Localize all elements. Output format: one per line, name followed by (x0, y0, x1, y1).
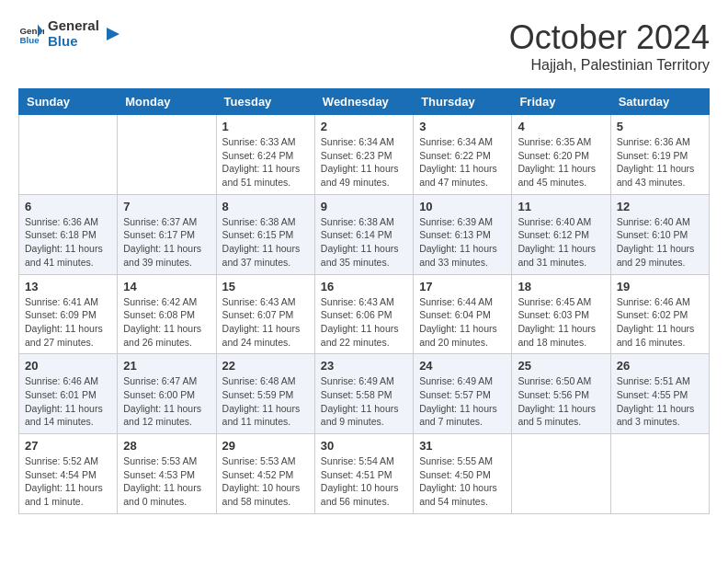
calendar-cell: 14Sunrise: 6:42 AMSunset: 6:08 PMDayligh… (118, 274, 216, 354)
day-number: 6 (25, 200, 111, 213)
day-info: Sunrise: 5:55 AMSunset: 4:50 PMDaylight:… (419, 454, 506, 509)
calendar-cell: 10Sunrise: 6:39 AMSunset: 6:13 PMDayligh… (414, 194, 512, 274)
calendar-cell: 12Sunrise: 6:40 AMSunset: 6:10 PMDayligh… (610, 194, 709, 274)
day-number: 13 (25, 280, 111, 293)
calendar-cell: 5Sunrise: 6:36 AMSunset: 6:19 PMDaylight… (610, 115, 709, 195)
calendar-cell (19, 115, 118, 195)
calendar-cell (118, 115, 216, 195)
day-info: Sunrise: 6:40 AMSunset: 6:12 PMDaylight:… (518, 215, 604, 270)
calendar-cell: 15Sunrise: 6:43 AMSunset: 6:07 PMDayligh… (216, 274, 314, 354)
day-info: Sunrise: 6:35 AMSunset: 6:20 PMDaylight:… (518, 135, 604, 190)
day-info: Sunrise: 6:50 AMSunset: 5:56 PMDaylight:… (518, 374, 604, 429)
logo-general-text: General (48, 18, 99, 34)
calendar-cell: 30Sunrise: 5:54 AMSunset: 4:51 PMDayligh… (314, 434, 413, 514)
day-info: Sunrise: 6:33 AMSunset: 6:24 PMDaylight:… (222, 135, 309, 190)
week-row-4: 20Sunrise: 6:46 AMSunset: 6:01 PMDayligh… (19, 354, 710, 434)
day-number: 17 (419, 280, 506, 293)
week-row-5: 27Sunrise: 5:52 AMSunset: 4:54 PMDayligh… (19, 434, 710, 514)
day-number: 4 (518, 120, 604, 133)
week-row-1: 1Sunrise: 6:33 AMSunset: 6:24 PMDaylight… (19, 115, 710, 195)
calendar-table: SundayMondayTuesdayWednesdayThursdayFrid… (18, 88, 710, 514)
svg-marker-3 (107, 28, 119, 40)
day-info: Sunrise: 5:53 AMSunset: 4:52 PMDaylight:… (222, 454, 309, 509)
day-number: 15 (222, 280, 309, 293)
day-info: Sunrise: 6:39 AMSunset: 6:13 PMDaylight:… (419, 215, 506, 270)
calendar-cell: 11Sunrise: 6:40 AMSunset: 6:12 PMDayligh… (512, 194, 610, 274)
day-info: Sunrise: 6:34 AMSunset: 6:22 PMDaylight:… (419, 135, 506, 190)
calendar-cell: 25Sunrise: 6:50 AMSunset: 5:56 PMDayligh… (512, 354, 610, 434)
day-info: Sunrise: 6:46 AMSunset: 6:01 PMDaylight:… (25, 374, 111, 429)
day-info: Sunrise: 6:36 AMSunset: 6:19 PMDaylight:… (617, 135, 703, 190)
day-info: Sunrise: 6:34 AMSunset: 6:23 PMDaylight:… (321, 135, 407, 190)
calendar-cell: 9Sunrise: 6:38 AMSunset: 6:14 PMDaylight… (314, 194, 413, 274)
day-number: 20 (25, 359, 111, 373)
calendar-cell: 13Sunrise: 6:41 AMSunset: 6:09 PMDayligh… (19, 274, 118, 354)
day-number: 7 (123, 200, 210, 213)
day-number: 18 (518, 280, 604, 293)
calendar-cell: 26Sunrise: 5:51 AMSunset: 4:55 PMDayligh… (610, 354, 709, 434)
day-info: Sunrise: 6:44 AMSunset: 6:04 PMDaylight:… (419, 295, 506, 350)
calendar-cell: 24Sunrise: 6:49 AMSunset: 5:57 PMDayligh… (414, 354, 512, 434)
day-info: Sunrise: 6:37 AMSunset: 6:17 PMDaylight:… (123, 215, 210, 270)
calendar-cell: 3Sunrise: 6:34 AMSunset: 6:22 PMDaylight… (414, 115, 512, 195)
calendar-cell: 1Sunrise: 6:33 AMSunset: 6:24 PMDaylight… (216, 115, 314, 195)
day-info: Sunrise: 6:45 AMSunset: 6:03 PMDaylight:… (518, 295, 604, 350)
calendar-cell: 7Sunrise: 6:37 AMSunset: 6:17 PMDaylight… (118, 194, 216, 274)
calendar-cell: 23Sunrise: 6:49 AMSunset: 5:58 PMDayligh… (314, 354, 413, 434)
month-title: October 2024 (509, 18, 710, 57)
calendar-cell: 20Sunrise: 6:46 AMSunset: 6:01 PMDayligh… (19, 354, 118, 434)
calendar-cell: 19Sunrise: 6:46 AMSunset: 6:02 PMDayligh… (610, 274, 709, 354)
day-number: 26 (617, 359, 703, 373)
day-number: 11 (518, 200, 604, 213)
day-info: Sunrise: 6:38 AMSunset: 6:14 PMDaylight:… (321, 215, 407, 270)
calendar-cell: 27Sunrise: 5:52 AMSunset: 4:54 PMDayligh… (19, 434, 118, 514)
calendar-cell: 2Sunrise: 6:34 AMSunset: 6:23 PMDaylight… (314, 115, 413, 195)
weekday-header-monday: Monday (118, 89, 216, 115)
day-number: 22 (222, 359, 309, 373)
calendar-cell (610, 434, 709, 514)
day-info: Sunrise: 6:38 AMSunset: 6:15 PMDaylight:… (222, 215, 309, 270)
day-info: Sunrise: 6:47 AMSunset: 6:00 PMDaylight:… (123, 374, 210, 429)
week-row-3: 13Sunrise: 6:41 AMSunset: 6:09 PMDayligh… (19, 274, 710, 354)
day-number: 2 (321, 120, 407, 133)
day-number: 27 (25, 439, 111, 453)
day-info: Sunrise: 6:49 AMSunset: 5:58 PMDaylight:… (321, 374, 407, 429)
day-number: 29 (222, 439, 309, 453)
logo-arrow-icon (103, 24, 123, 44)
calendar-cell (512, 434, 610, 514)
day-number: 23 (321, 359, 407, 373)
calendar-cell: 6Sunrise: 6:36 AMSunset: 6:18 PMDaylight… (19, 194, 118, 274)
day-number: 8 (222, 200, 309, 213)
calendar-cell: 16Sunrise: 6:43 AMSunset: 6:06 PMDayligh… (314, 274, 413, 354)
day-info: Sunrise: 6:41 AMSunset: 6:09 PMDaylight:… (25, 295, 111, 350)
calendar-cell: 4Sunrise: 6:35 AMSunset: 6:20 PMDaylight… (512, 115, 610, 195)
svg-text:Blue: Blue (19, 34, 40, 44)
weekday-header-tuesday: Tuesday (216, 89, 314, 115)
location-subtitle: Hajjah, Palestinian Territory (509, 57, 710, 74)
day-number: 1 (222, 120, 309, 133)
calendar-cell: 17Sunrise: 6:44 AMSunset: 6:04 PMDayligh… (414, 274, 512, 354)
weekday-header-friday: Friday (512, 89, 610, 115)
day-number: 21 (123, 359, 210, 373)
page-header: General Blue General Blue October 2024 H… (18, 18, 710, 74)
day-number: 12 (617, 200, 703, 213)
day-info: Sunrise: 6:36 AMSunset: 6:18 PMDaylight:… (25, 215, 111, 270)
logo: General Blue General Blue (18, 18, 123, 49)
day-number: 24 (419, 359, 506, 373)
calendar-cell: 31Sunrise: 5:55 AMSunset: 4:50 PMDayligh… (414, 434, 512, 514)
weekday-header-saturday: Saturday (610, 89, 709, 115)
calendar-cell: 29Sunrise: 5:53 AMSunset: 4:52 PMDayligh… (216, 434, 314, 514)
calendar-cell: 22Sunrise: 6:48 AMSunset: 5:59 PMDayligh… (216, 354, 314, 434)
day-info: Sunrise: 6:40 AMSunset: 6:10 PMDaylight:… (617, 215, 703, 270)
calendar-cell: 21Sunrise: 6:47 AMSunset: 6:00 PMDayligh… (118, 354, 216, 434)
logo-icon: General Blue (18, 21, 44, 47)
day-number: 5 (617, 120, 703, 133)
day-number: 25 (518, 359, 604, 373)
day-number: 16 (321, 280, 407, 293)
weekday-header-wednesday: Wednesday (314, 89, 413, 115)
week-row-2: 6Sunrise: 6:36 AMSunset: 6:18 PMDaylight… (19, 194, 710, 274)
day-info: Sunrise: 6:49 AMSunset: 5:57 PMDaylight:… (419, 374, 506, 429)
day-number: 14 (123, 280, 210, 293)
day-number: 31 (419, 439, 506, 453)
day-info: Sunrise: 5:54 AMSunset: 4:51 PMDaylight:… (321, 454, 407, 509)
